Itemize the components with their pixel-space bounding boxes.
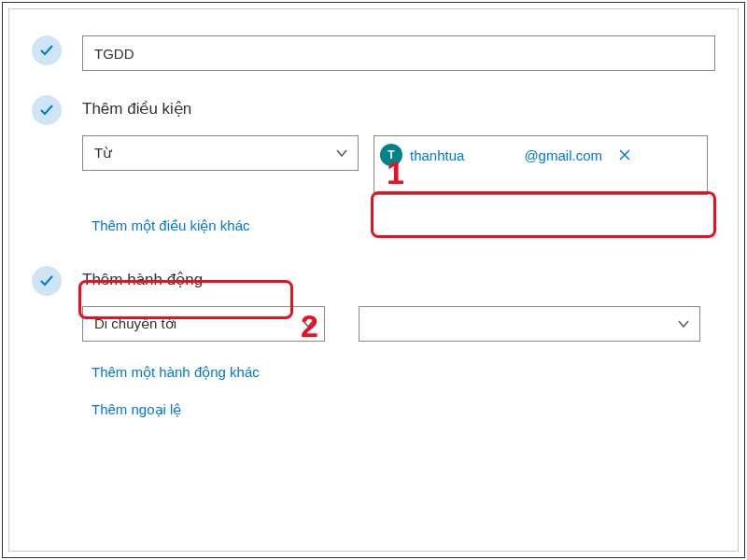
actions-title: Thêm hành động bbox=[82, 270, 715, 289]
add-exception-button[interactable]: Thêm ngoại lệ bbox=[82, 394, 715, 426]
dropdown-label: Từ bbox=[94, 145, 112, 161]
rule-name-section bbox=[32, 35, 715, 71]
check-icon bbox=[32, 95, 62, 125]
conditions-title: Thêm điều kiện bbox=[82, 99, 715, 119]
dropdown-label: Di chuyển tới bbox=[94, 315, 176, 332]
actions-section: Thêm hành động Di chuyển tới Thêm một hà… bbox=[32, 266, 715, 426]
avatar: T bbox=[380, 144, 402, 166]
check-icon bbox=[32, 35, 62, 65]
add-condition-button[interactable]: Thêm một điều kiện khác bbox=[82, 210, 260, 242]
close-icon[interactable] bbox=[617, 147, 632, 162]
chevron-down-icon bbox=[677, 317, 690, 330]
conditions-section: Thêm điều kiện Từ T thanhtua @gmail.com bbox=[32, 95, 715, 242]
action-target-dropdown[interactable] bbox=[359, 306, 700, 342]
condition-value-input[interactable]: T thanhtua @gmail.com bbox=[374, 135, 708, 195]
email-chip[interactable]: T thanhtua @gmail.com bbox=[380, 142, 632, 168]
condition-type-dropdown[interactable]: Từ bbox=[82, 135, 359, 171]
email-domain: @gmail.com bbox=[524, 147, 602, 163]
add-action-button[interactable]: Thêm một hành động khác bbox=[82, 357, 269, 388]
rule-name-input[interactable] bbox=[82, 35, 715, 71]
chevron-down-icon bbox=[335, 147, 348, 160]
action-type-dropdown[interactable]: Di chuyển tới bbox=[82, 306, 325, 342]
email-username: thanhtua bbox=[410, 147, 464, 163]
check-icon bbox=[32, 266, 62, 296]
chevron-down-icon bbox=[302, 317, 315, 330]
